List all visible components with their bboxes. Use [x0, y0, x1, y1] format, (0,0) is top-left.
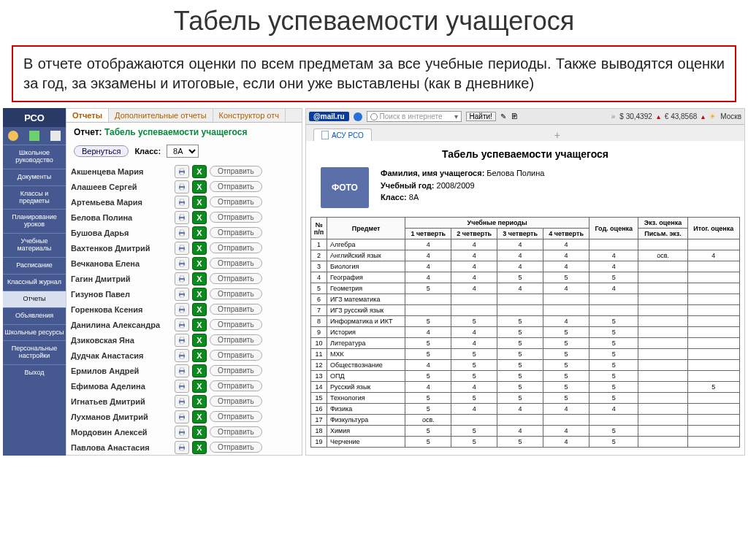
sidebar-item-7[interactable]: Отчеты — [3, 291, 66, 307]
print-icon[interactable] — [175, 441, 189, 454]
print-icon[interactable] — [175, 364, 189, 377]
find-button[interactable]: Найти! — [466, 112, 496, 121]
new-tab-button[interactable]: + — [554, 129, 560, 141]
print-icon[interactable] — [175, 303, 189, 316]
send-button[interactable]: Отправить — [210, 242, 262, 253]
print-icon[interactable] — [175, 395, 189, 408]
excel-icon[interactable]: X — [192, 288, 207, 301]
send-button[interactable]: Отправить — [210, 304, 262, 315]
send-button[interactable]: Отправить — [210, 273, 262, 284]
excel-icon[interactable]: X — [192, 196, 207, 209]
chevrons-icon[interactable]: » — [611, 112, 616, 120]
send-button[interactable]: Отправить — [210, 442, 262, 453]
excel-icon[interactable]: X — [192, 303, 207, 316]
cell-grade — [687, 316, 739, 327]
send-button[interactable]: Отправить — [210, 212, 262, 223]
print-icon[interactable] — [175, 165, 189, 178]
student-row: Мордовин АлексейXОтправить — [71, 424, 297, 440]
send-button[interactable]: Отправить — [210, 365, 262, 376]
sidebar-item-8[interactable]: Объявления — [3, 307, 66, 324]
class-select[interactable]: 8А — [167, 145, 199, 158]
excel-icon[interactable]: X — [192, 441, 207, 454]
send-button[interactable]: Отправить — [210, 350, 262, 361]
cell-grade: 4 — [589, 250, 638, 261]
print-icon[interactable] — [175, 226, 189, 239]
send-button[interactable]: Отправить — [210, 319, 262, 330]
excel-icon[interactable]: X — [192, 334, 207, 347]
cell-grade: 4 — [405, 360, 451, 371]
sidebar-item-0[interactable]: Школьное руководство — [3, 145, 66, 169]
mail-badge[interactable]: @mail.ru — [309, 112, 349, 121]
cell-grade — [638, 305, 687, 316]
sidebar-item-6[interactable]: Классный журнал — [3, 274, 66, 291]
send-button[interactable]: Отправить — [210, 181, 262, 192]
chevron-down-icon[interactable]: ▾ — [454, 112, 458, 120]
sidebar-item-3[interactable]: Планирование уроков — [3, 209, 66, 233]
excel-icon[interactable]: X — [192, 242, 207, 255]
sidebar-item-5[interactable]: Расписание — [3, 257, 66, 274]
print-icon[interactable] — [175, 288, 189, 301]
svg-rect-22 — [180, 276, 184, 278]
sidebar-item-2[interactable]: Классы и предметы — [3, 185, 66, 210]
print-icon[interactable] — [175, 257, 189, 270]
news-icon[interactable]: 🖹 — [511, 112, 518, 120]
sidebar-item-9[interactable]: Школьные ресурсы — [3, 324, 66, 341]
send-button[interactable]: Отправить — [210, 426, 262, 437]
tab-0[interactable]: Отчеты — [66, 109, 109, 122]
cell-grade — [638, 272, 687, 283]
send-button[interactable]: Отправить — [210, 166, 262, 177]
send-button[interactable]: Отправить — [210, 396, 262, 407]
excel-icon[interactable]: X — [192, 226, 207, 239]
person-icon[interactable] — [8, 131, 18, 141]
excel-icon[interactable]: X — [192, 180, 207, 193]
print-icon[interactable] — [175, 180, 189, 193]
excel-icon[interactable]: X — [192, 395, 207, 408]
tab-1[interactable]: Дополнительные отчеты — [109, 109, 213, 122]
home-icon[interactable] — [29, 131, 39, 141]
print-icon[interactable] — [175, 318, 189, 331]
student-row: Вечканова ЕленаXОтправить — [71, 256, 297, 271]
cell-grade: 5 — [497, 371, 543, 382]
print-icon[interactable] — [175, 196, 189, 209]
excel-icon[interactable]: X — [192, 272, 207, 285]
excel-icon[interactable]: X — [192, 349, 207, 362]
excel-icon[interactable]: X — [192, 165, 207, 178]
sidebar-item-11[interactable]: Выход — [3, 364, 66, 381]
mail-icon[interactable] — [50, 131, 61, 141]
send-button[interactable]: Отправить — [210, 196, 262, 207]
print-icon[interactable] — [175, 380, 189, 393]
excel-icon[interactable]: X — [192, 410, 207, 423]
search-input[interactable]: Поиск в интернете ▾ — [367, 111, 462, 122]
print-icon[interactable] — [175, 272, 189, 285]
back-button[interactable]: Вернуться — [74, 145, 129, 157]
send-button[interactable]: Отправить — [210, 288, 262, 299]
print-icon[interactable] — [175, 211, 189, 224]
cell-grade — [638, 261, 687, 272]
student-row: Ефимова АделинаXОтправить — [71, 378, 297, 394]
sidebar-item-4[interactable]: Учебные материалы — [3, 233, 66, 257]
excel-icon[interactable]: X — [192, 257, 207, 270]
send-button[interactable]: Отправить — [210, 227, 262, 238]
print-icon[interactable] — [175, 242, 189, 255]
pencil-icon[interactable]: ✎ — [500, 112, 506, 120]
print-icon[interactable] — [175, 334, 189, 347]
excel-icon[interactable]: X — [192, 318, 207, 331]
send-button[interactable]: Отправить — [210, 258, 262, 269]
excel-icon[interactable]: X — [192, 211, 207, 224]
print-icon[interactable] — [175, 349, 189, 362]
sidebar-item-1[interactable]: Документы — [3, 169, 66, 185]
cell-subject: ОПД — [327, 371, 405, 382]
send-button[interactable]: Отправить — [210, 380, 262, 391]
cell-grade — [638, 393, 687, 404]
print-icon[interactable] — [175, 410, 189, 423]
excel-icon[interactable]: X — [192, 364, 207, 377]
year-value: 2008/2009 — [437, 181, 475, 190]
print-icon[interactable] — [175, 426, 189, 439]
doc-tab[interactable]: АСУ РСО — [313, 129, 372, 141]
send-button[interactable]: Отправить — [210, 334, 262, 345]
send-button[interactable]: Отправить — [210, 411, 262, 422]
excel-icon[interactable]: X — [192, 380, 207, 393]
tab-2[interactable]: Конструктор отч — [213, 109, 286, 122]
excel-icon[interactable]: X — [192, 426, 207, 439]
sidebar-item-10[interactable]: Персональные настройки — [3, 340, 66, 364]
